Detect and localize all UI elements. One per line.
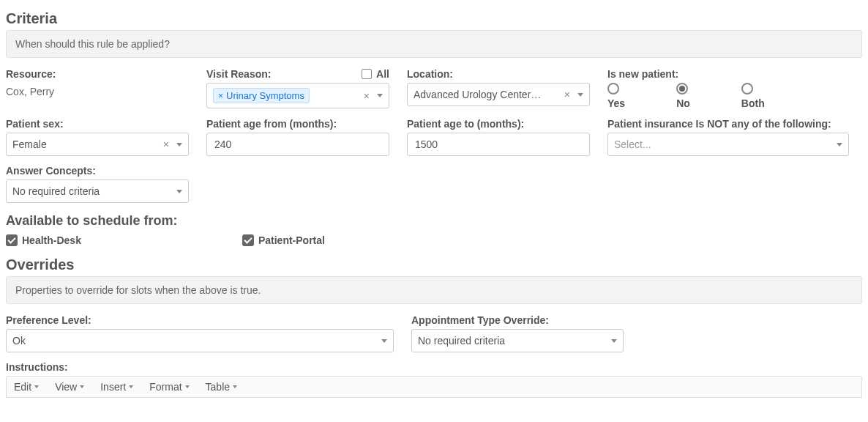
insurance-placeholder: Select...	[614, 138, 651, 150]
tb-view[interactable]: View	[55, 381, 84, 393]
resource-value: Cox, Perry	[6, 83, 189, 100]
tag-remove-icon[interactable]: ×	[218, 91, 223, 101]
age-from-label: Patient age from (months):	[206, 118, 389, 130]
clear-icon[interactable]: ×	[564, 89, 570, 100]
preference-label: Preference Level:	[6, 314, 394, 326]
answer-concepts-select[interactable]: No required criteria	[6, 179, 189, 203]
insurance-select[interactable]: Select...	[607, 133, 849, 156]
chevron-down-icon	[233, 385, 237, 388]
resource-label: Resource:	[6, 68, 189, 80]
chevron-down-icon	[176, 190, 182, 193]
radio-both[interactable]	[741, 83, 753, 95]
visit-reason-tag[interactable]: × Urinary Symptoms	[213, 88, 310, 103]
tb-table[interactable]: Table	[206, 381, 237, 393]
tb-format[interactable]: Format	[149, 381, 189, 393]
clear-icon[interactable]: ×	[364, 90, 370, 102]
sex-select[interactable]: Female ×	[6, 133, 189, 156]
age-to-input-wrap	[407, 133, 590, 156]
answer-concepts-value: No required criteria	[12, 185, 100, 197]
tag-label: Urinary Symptoms	[226, 90, 304, 101]
location-label: Location:	[407, 68, 590, 80]
chevron-down-icon	[34, 385, 39, 388]
chevron-down-icon	[837, 143, 842, 147]
chevron-down-icon	[129, 385, 133, 388]
preference-select[interactable]: Ok	[6, 329, 394, 352]
age-from-input-wrap	[206, 133, 389, 156]
instructions-label: Instructions:	[6, 361, 862, 373]
appt-type-label: Appointment Type Override:	[411, 314, 624, 326]
radio-no[interactable]	[676, 83, 688, 95]
location-value: Advanced Urology Centers Of ...	[414, 89, 545, 100]
patient-portal-label: Patient-Portal	[258, 234, 325, 246]
appt-type-select[interactable]: No required criteria	[411, 329, 624, 352]
visit-reason-label: Visit Reason:	[206, 68, 271, 80]
radio-yes[interactable]	[607, 83, 619, 95]
tb-edit[interactable]: Edit	[14, 381, 39, 393]
clear-icon[interactable]: ×	[163, 138, 169, 150]
age-to-label: Patient age to (months):	[407, 118, 590, 130]
new-patient-label: Is new patient:	[607, 68, 849, 80]
all-checkbox-label: All	[376, 68, 389, 80]
chevron-down-icon	[611, 339, 617, 343]
criteria-desc: When should this rule be applied?	[6, 30, 862, 58]
chevron-down-icon	[377, 94, 383, 97]
all-checkbox[interactable]	[362, 69, 372, 79]
sex-label: Patient sex:	[6, 118, 189, 130]
age-to-input[interactable]	[414, 138, 583, 151]
available-schedule-heading: Available to schedule from:	[6, 213, 862, 229]
radio-both-label: Both	[741, 97, 765, 109]
chevron-down-icon	[185, 385, 190, 388]
chevron-down-icon	[577, 93, 583, 97]
age-from-input[interactable]	[213, 138, 383, 151]
patient-portal-checkbox[interactable]	[242, 234, 254, 246]
criteria-heading: Criteria	[6, 10, 862, 27]
preference-value: Ok	[12, 335, 26, 347]
sex-value: Female	[12, 138, 47, 150]
health-desk-label: Health-Desk	[22, 234, 81, 246]
chevron-down-icon	[80, 385, 84, 388]
appt-type-value: No required criteria	[418, 335, 505, 347]
chevron-down-icon	[381, 339, 387, 343]
answer-concepts-label: Answer Concepts:	[6, 165, 189, 177]
tb-insert[interactable]: Insert	[100, 381, 133, 393]
overrides-heading: Overrides	[6, 256, 862, 273]
overrides-desc: Properties to override for slots when th…	[6, 276, 862, 304]
visit-reason-select[interactable]: × Urinary Symptoms ×	[206, 83, 389, 108]
radio-no-label: No	[676, 97, 690, 109]
chevron-down-icon	[176, 143, 182, 147]
location-select[interactable]: Advanced Urology Centers Of ... ×	[407, 83, 590, 106]
radio-yes-label: Yes	[607, 97, 625, 109]
editor-toolbar: Edit View Insert Format Table	[6, 376, 862, 398]
health-desk-checkbox[interactable]	[6, 234, 18, 246]
insurance-label: Patient insurance Is NOT any of the foll…	[607, 118, 849, 130]
